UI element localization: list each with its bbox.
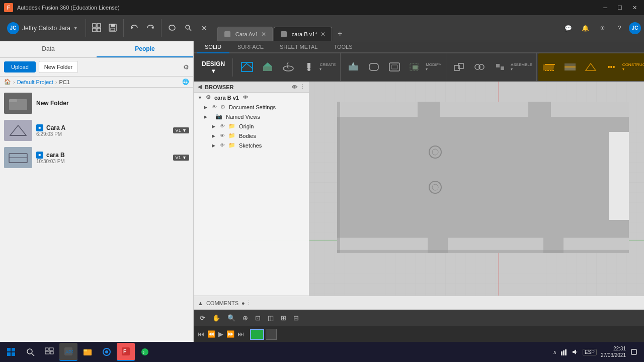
svg-rect-40 xyxy=(543,64,554,70)
maximize-btn[interactable]: ☐ xyxy=(614,5,625,11)
scale-btn[interactable] xyxy=(405,56,425,79)
tab-tools[interactable]: TOOLS xyxy=(326,41,360,53)
version-badge[interactable]: V1 ▼ xyxy=(173,155,189,161)
revolve-btn[interactable] xyxy=(279,56,298,79)
sidebar-tab-people[interactable]: People xyxy=(97,41,193,57)
timeline-item-1[interactable] xyxy=(250,329,264,340)
list-item[interactable]: ■ Cara A 6:29:03 PM V1 ▼ xyxy=(0,117,193,144)
tl-play-btn[interactable]: ▶ xyxy=(218,330,223,338)
fit-btn[interactable]: ⊡ xyxy=(253,313,263,323)
tree-item-bodies[interactable]: ▶ 👁 📁 Bodies xyxy=(194,131,309,140)
tab-cara-b-close[interactable]: ✕ xyxy=(320,31,326,38)
browser-eye-icon[interactable]: 👁 xyxy=(292,84,297,90)
list-item[interactable]: ■ cara B 10:30:03 PM V1 ▼ xyxy=(0,144,193,171)
tray-up-arrow[interactable]: ∧ xyxy=(553,349,556,355)
browser-btn[interactable] xyxy=(98,343,116,361)
fusion-btn[interactable]: F xyxy=(117,343,135,361)
apps-taskbar-btn[interactable]: APP xyxy=(59,343,77,361)
refresh-btn[interactable] xyxy=(165,22,179,34)
save-btn[interactable] xyxy=(106,22,120,34)
more-create-btn[interactable] xyxy=(299,56,319,79)
grid-view-btn[interactable] xyxy=(90,22,104,34)
sidebar-tab-data[interactable]: Data xyxy=(0,41,97,57)
tree-root[interactable]: ▼ ⚙ cara B v1 👁 xyxy=(194,93,309,102)
tab-cara-a[interactable]: Cara Av1 ✕ xyxy=(217,27,273,41)
globe-icon[interactable]: 🌐 xyxy=(182,79,189,85)
tree-root-eye[interactable]: 👁 xyxy=(243,95,248,100)
settings-button[interactable]: ⚙ xyxy=(183,63,189,71)
zoom-in-btn[interactable]: ⊕ xyxy=(240,313,250,323)
tab-surface[interactable]: SURFACE xyxy=(229,41,272,53)
close-btn[interactable]: ✕ xyxy=(629,5,640,11)
search-btn[interactable] xyxy=(181,22,195,34)
clock-time: 22:31 xyxy=(601,345,626,352)
zoom-btn[interactable]: 🔍 xyxy=(225,313,237,323)
sketches-eye[interactable]: 👁 xyxy=(220,142,225,148)
jobs-btn[interactable]: ① xyxy=(595,21,610,36)
home-icon[interactable]: 🏠 xyxy=(4,79,11,85)
notifications-btn[interactable]: 💬 xyxy=(560,21,576,36)
user-area[interactable]: JC Jeffry Calixto Jara ▼ xyxy=(3,22,82,34)
language-indicator[interactable]: ESP xyxy=(583,349,597,355)
joint-btn[interactable] xyxy=(470,56,490,79)
grid-toggle-btn[interactable]: ⊞ xyxy=(279,313,288,323)
bodies-eye[interactable]: 👁 xyxy=(220,133,225,138)
upload-button[interactable]: Upload xyxy=(4,61,36,73)
display-mode-btn[interactable]: ◫ xyxy=(266,313,276,323)
more-construct-btn[interactable] xyxy=(602,56,621,79)
pan-btn[interactable]: ✋ xyxy=(210,313,222,323)
notifications-taskbar-icon[interactable] xyxy=(630,348,638,356)
doc-settings-eye[interactable]: 👁 xyxy=(212,104,217,110)
start-btn[interactable] xyxy=(2,343,20,361)
offset-plane-btn[interactable] xyxy=(540,56,559,79)
shell-btn[interactable] xyxy=(385,56,405,79)
redo-btn[interactable] xyxy=(143,22,157,34)
browser-collapse-btn[interactable]: ◀ xyxy=(198,84,202,90)
tl-next-btn[interactable]: ⏩ xyxy=(226,330,234,338)
minimize-btn[interactable]: ─ xyxy=(600,5,610,11)
explorer-btn[interactable] xyxy=(78,343,97,361)
new-folder-button[interactable]: New Folder xyxy=(39,61,78,73)
version-badge[interactable]: V1 ▼ xyxy=(173,127,189,133)
fillet-btn[interactable] xyxy=(364,56,384,79)
tab-sheet-metal[interactable]: SHEET METAL xyxy=(272,41,326,53)
browser-more-icon[interactable]: ⋮ xyxy=(299,84,305,90)
sketch-btn[interactable] xyxy=(237,56,257,79)
timeline-item-2[interactable] xyxy=(266,329,277,340)
tab-cara-b[interactable]: cara B v1* ✕ xyxy=(274,27,332,41)
comments-collapse-btn[interactable]: ▲ xyxy=(198,300,203,306)
spotify-btn[interactable]: ♪ xyxy=(136,343,154,361)
origin-eye[interactable]: 👁 xyxy=(220,123,225,129)
breadcrumb-project[interactable]: Default Project xyxy=(17,79,53,85)
search-taskbar-btn[interactable] xyxy=(21,343,39,361)
clock[interactable]: 22:31 27/03/2021 xyxy=(601,345,626,358)
volume-icon[interactable] xyxy=(572,348,579,355)
plane-through-btn[interactable] xyxy=(581,56,601,79)
tree-item-sketches[interactable]: ▶ 👁 📁 Sketches xyxy=(194,140,309,150)
as-built-btn[interactable] xyxy=(490,56,510,79)
extrude-btn[interactable] xyxy=(258,56,278,79)
press-pull-btn[interactable] xyxy=(344,56,363,79)
tab-cara-a-close[interactable]: ✕ xyxy=(261,31,266,38)
design-dropdown-btn[interactable]: DESIGN ▾ xyxy=(197,58,230,77)
tree-item-named-views[interactable]: ▶ 📷 Named Views xyxy=(194,112,309,121)
new-component-btn[interactable] xyxy=(449,56,469,79)
tree-item-origin[interactable]: ▶ 👁 📁 Origin xyxy=(194,121,309,131)
help-btn[interactable]: ? xyxy=(612,21,627,36)
user-dropdown-icon[interactable]: ▼ xyxy=(73,26,78,31)
user-menu-btn[interactable]: JC xyxy=(629,22,641,34)
tl-last-btn[interactable]: ⏭ xyxy=(237,330,244,338)
task-view-btn[interactable] xyxy=(40,343,58,361)
alerts-btn[interactable]: 🔔 xyxy=(578,21,593,36)
tl-prev-btn[interactable]: ⏪ xyxy=(207,330,215,338)
close-file-btn[interactable]: ✕ xyxy=(197,23,211,34)
orbit-btn[interactable]: ⟳ xyxy=(198,313,207,323)
list-item[interactable]: New Folder xyxy=(0,90,193,117)
tree-item-doc-settings[interactable]: ▶ 👁 ⚙ Document Settings xyxy=(194,102,309,112)
new-tab-btn[interactable]: + xyxy=(333,27,347,41)
tl-first-btn[interactable]: ⏮ xyxy=(198,330,204,338)
tab-solid[interactable]: SOLID xyxy=(197,41,229,53)
undo-btn[interactable] xyxy=(127,22,141,34)
snapping-btn[interactable]: ⊟ xyxy=(291,313,301,323)
midplane-btn[interactable] xyxy=(560,56,580,79)
